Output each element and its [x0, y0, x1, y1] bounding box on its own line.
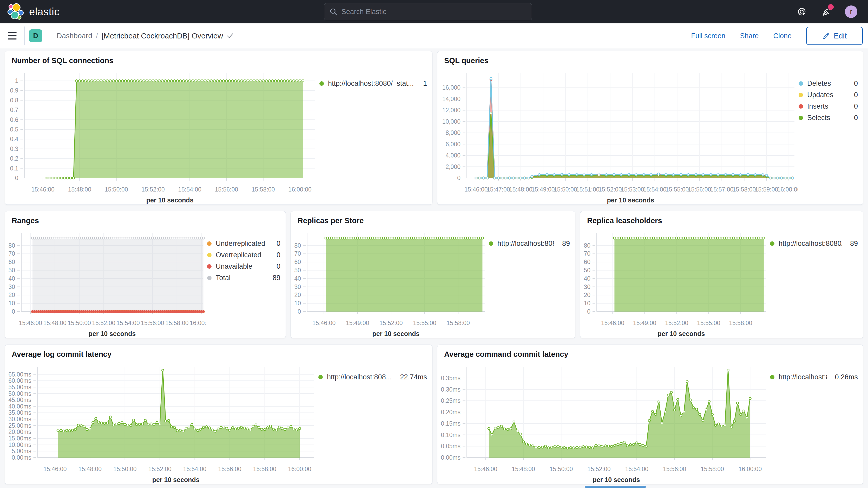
clone-button[interactable]: Clone: [773, 32, 792, 40]
svg-text:0.30ms: 0.30ms: [441, 386, 461, 393]
svg-text:6,000: 6,000: [445, 141, 461, 148]
legend-series-dot-icon: [207, 276, 212, 280]
svg-text:80: 80: [294, 242, 301, 249]
edit-button[interactable]: Edit: [806, 27, 863, 45]
svg-text:15:58:00: 15:58:00: [446, 319, 470, 326]
panel-average-log-commit-latency: Average log commit latency 0.00ms5.00ms1…: [5, 344, 432, 484]
svg-text:15:50:00: 15:50:00: [105, 186, 128, 193]
legend-item[interactable]: Underreplicated0: [207, 238, 280, 249]
chart-canvas[interactable]: 0102030405060708015:46:0015:49:0015:52:0…: [580, 227, 769, 338]
svg-text:15:50:00: 15:50:00: [550, 466, 573, 472]
svg-text:0.05ms: 0.05ms: [441, 443, 461, 450]
svg-text:0.7: 0.7: [10, 106, 19, 113]
space-badge[interactable]: D: [29, 29, 42, 42]
legend-item[interactable]: http://localhost:808...22.74ms: [318, 371, 427, 383]
svg-text:per 10 seconds: per 10 seconds: [152, 476, 199, 483]
svg-text:0.00ms: 0.00ms: [12, 454, 31, 461]
chart-canvas[interactable]: 0.00ms0.05ms0.10ms0.15ms0.20ms0.25ms0.30…: [437, 360, 769, 484]
legend-item[interactable]: Unavailable0: [207, 261, 280, 272]
share-button[interactable]: Share: [740, 32, 758, 40]
search-icon: [330, 8, 337, 16]
help-button[interactable]: [793, 0, 811, 23]
legend-item[interactable]: http://localhost:8080...0.26ms: [770, 371, 858, 383]
legend-series-label: Deletes: [807, 80, 831, 88]
chart-canvas[interactable]: 02,0004,0006,0008,00010,00012,00014,0001…: [437, 67, 798, 205]
svg-text:16:00:00: 16:00:00: [777, 186, 798, 193]
svg-text:40: 40: [584, 275, 590, 282]
svg-text:30: 30: [294, 283, 301, 290]
svg-text:15:50:00: 15:50:00: [113, 466, 137, 472]
chart-canvas[interactable]: 0102030405060708015:46:0015:48:0015:50:0…: [5, 227, 206, 338]
avatar: r: [845, 5, 857, 18]
global-search[interactable]: [324, 3, 532, 20]
svg-text:40.00ms: 40.00ms: [8, 403, 31, 410]
svg-text:per 10 seconds: per 10 seconds: [372, 330, 420, 337]
svg-text:16,000: 16,000: [442, 84, 461, 91]
breadcrumb: Dashboard / [Metricbeat CockroachDB] Ove…: [57, 23, 234, 48]
legend-series-value: 0: [850, 102, 858, 111]
legend-series-label: Unavailable: [216, 263, 252, 271]
horizontal-scrollbar-thumb[interactable]: [585, 486, 646, 488]
svg-text:per 10 seconds: per 10 seconds: [88, 330, 136, 337]
legend-item[interactable]: http://localhost:8080/_sta...89: [770, 238, 858, 249]
svg-text:0.4: 0.4: [10, 135, 19, 143]
legend-series-dot-icon: [799, 93, 803, 97]
chart-canvas[interactable]: 0.00ms5.00ms10.00ms15.00ms20.00ms25.00ms…: [5, 360, 317, 484]
legend-series-value: 0: [273, 240, 280, 248]
chart-canvas[interactable]: 0102030405060708015:46:0015:49:0015:52:0…: [291, 227, 488, 338]
svg-text:40: 40: [8, 275, 15, 282]
full-screen-button[interactable]: Full screen: [691, 32, 725, 40]
svg-text:40: 40: [294, 275, 301, 282]
menu-button[interactable]: [8, 30, 19, 42]
svg-text:15:47:00: 15:47:00: [487, 186, 510, 193]
chart-canvas[interactable]: 00.10.20.30.40.50.60.70.80.9115:46:0015:…: [5, 67, 318, 205]
svg-text:60.00ms: 60.00ms: [8, 377, 31, 384]
legend-item[interactable]: http://localhost:8080/_sta...89: [489, 238, 570, 249]
elastic-logo[interactable]: elastic: [7, 0, 60, 23]
legend-item[interactable]: Updates0: [799, 89, 858, 100]
legend-series-value: 89: [846, 240, 858, 248]
svg-text:0.1: 0.1: [10, 165, 19, 172]
svg-text:65.00ms: 65.00ms: [8, 371, 31, 378]
lifebuoy-icon: [797, 6, 807, 17]
brand-name: elastic: [29, 6, 60, 18]
svg-text:0.00ms: 0.00ms: [441, 454, 461, 461]
svg-text:10: 10: [584, 300, 590, 307]
legend-item[interactable]: Selects0: [799, 112, 858, 123]
check-icon: [227, 33, 234, 39]
svg-text:10: 10: [8, 300, 15, 307]
legend-item[interactable]: Overreplicated0: [207, 249, 280, 261]
svg-text:15:56:00: 15:56:00: [688, 186, 711, 193]
breadcrumb-dashboard-link[interactable]: Dashboard: [57, 32, 92, 40]
legend-item[interactable]: http://localhost:8080/_stat...1: [319, 78, 427, 89]
legend-series-dot-icon: [799, 104, 803, 109]
legend-item[interactable]: Total89: [207, 272, 280, 283]
svg-text:15:46:00: 15:46:00: [601, 319, 624, 326]
svg-text:0: 0: [298, 308, 301, 315]
svg-text:15:50:00: 15:50:00: [554, 186, 577, 193]
chart-legend: http://localhost:8080/_sta...89: [769, 227, 863, 338]
user-menu-button[interactable]: r: [842, 0, 860, 23]
legend-series-label: Underreplicated: [216, 240, 265, 248]
svg-text:15:58:00: 15:58:00: [165, 319, 189, 326]
search-input[interactable]: [341, 8, 527, 16]
whats-new-button[interactable]: [817, 0, 836, 23]
legend-series-dot-icon: [319, 81, 324, 86]
svg-text:15:46:00: 15:46:00: [474, 466, 497, 472]
svg-text:50.00ms: 50.00ms: [8, 390, 31, 397]
svg-text:30.00ms: 30.00ms: [8, 416, 31, 423]
legend-series-label: http://localhost:8080/_sta...: [779, 240, 842, 248]
svg-text:12,000: 12,000: [442, 107, 461, 114]
panel-title: Average command commit latency: [437, 345, 863, 360]
svg-text:0.9: 0.9: [10, 87, 19, 94]
panel-number-of-sql-connections: Number of SQL connections 00.10.20.30.40…: [5, 51, 432, 205]
legend-item[interactable]: Inserts0: [799, 100, 858, 112]
svg-text:50: 50: [584, 267, 590, 274]
svg-text:10.00ms: 10.00ms: [8, 441, 31, 448]
legend-series-label: http://localhost:8080/_sta...: [497, 240, 554, 248]
svg-text:15:51:00: 15:51:00: [576, 186, 599, 193]
svg-text:55.00ms: 55.00ms: [8, 384, 31, 391]
chart-legend: http://localhost:808...22.74ms: [317, 360, 432, 484]
legend-item[interactable]: Deletes0: [799, 78, 858, 89]
legend-series-value: 0: [850, 80, 858, 88]
